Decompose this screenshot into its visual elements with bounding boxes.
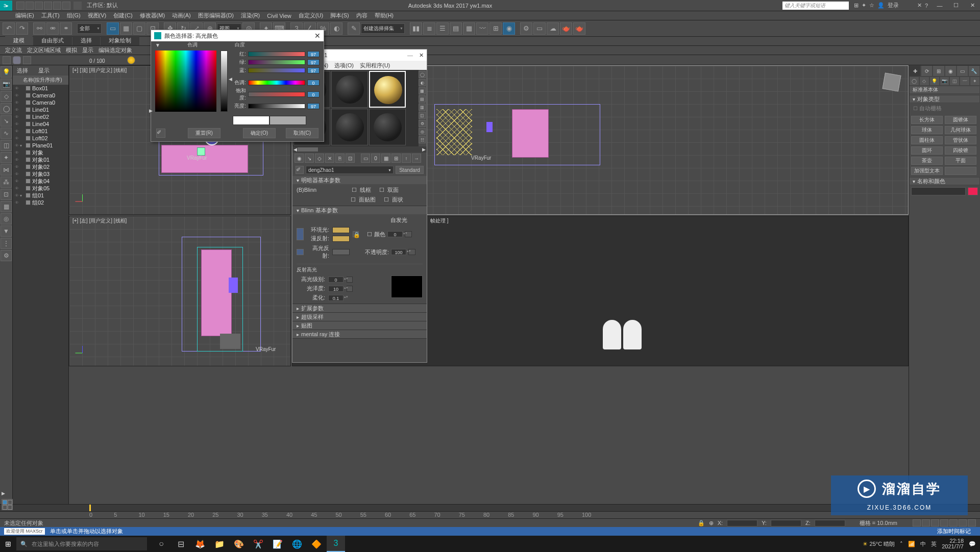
create-system-tab[interactable]: ✦ xyxy=(970,77,980,86)
play-button[interactable] xyxy=(931,519,939,526)
modify-tab[interactable]: ⟳ xyxy=(921,65,933,77)
lock-ad-button[interactable]: 🔒 xyxy=(353,231,359,237)
shader-combo[interactable]: (B)Blinn xyxy=(297,187,342,194)
options-button[interactable]: ⚙ xyxy=(419,120,426,127)
time-config-button[interactable] xyxy=(968,519,976,526)
expand-layout-icon[interactable]: ▶ xyxy=(2,491,8,497)
workspace-icon[interactable] xyxy=(74,2,82,10)
workspace-label[interactable]: 工作区: 默认 xyxy=(87,2,118,9)
dummy-icon[interactable]: ⊡ xyxy=(1,189,12,200)
target-icon[interactable]: ◎ xyxy=(1,213,12,224)
b-slider[interactable] xyxy=(248,68,305,73)
primitive-button[interactable]: 几何球体 xyxy=(945,126,976,134)
gloss-spinner[interactable]: 10 xyxy=(328,286,344,292)
sample-slot-5[interactable] xyxy=(331,109,368,145)
user-icon[interactable]: 👤 xyxy=(877,2,885,9)
ime-zh[interactable]: 中 xyxy=(920,540,926,548)
v-value[interactable]: 97 xyxy=(307,103,320,109)
collab-icon[interactable]: ⊞ xyxy=(854,2,859,9)
sample-uv-button[interactable]: ▤ xyxy=(419,95,426,103)
old-color-swatch[interactable] xyxy=(233,116,270,125)
create-camera-tab[interactable]: 📷 xyxy=(940,77,950,86)
bind-button[interactable]: ⚭ xyxy=(60,22,72,35)
scene-row[interactable]: 👁对象02 xyxy=(13,163,68,170)
soften-spinner[interactable]: 0.1 xyxy=(328,295,344,301)
h-value[interactable]: 0 xyxy=(307,80,320,86)
lock-icon[interactable]: 🔒 xyxy=(698,520,705,526)
scene-head-select[interactable]: 选择 xyxy=(17,67,28,74)
start-button[interactable]: ⊞ xyxy=(0,536,16,552)
ribbon-sub-4[interactable]: 编辑选定对象 xyxy=(99,46,132,54)
bone-icon[interactable]: ⋈ xyxy=(1,164,12,175)
scene-row[interactable]: 👁Loft02 xyxy=(13,135,68,142)
save-icon[interactable] xyxy=(35,2,43,10)
select-rect-button[interactable]: ▢ xyxy=(133,22,145,35)
ss-rollout-head[interactable]: ▸ 超级采样 xyxy=(292,313,427,321)
tab-modeling[interactable]: 建模 xyxy=(5,36,33,45)
material-editor-button[interactable]: ◉ xyxy=(503,22,515,35)
coord-y-input[interactable] xyxy=(771,520,801,526)
background-button[interactable]: ▦ xyxy=(419,87,426,94)
ambient-swatch[interactable] xyxy=(332,227,350,233)
create-space-tab[interactable]: 〰 xyxy=(960,77,970,86)
layer-explorer-button[interactable]: ▤ xyxy=(450,22,462,35)
mr-rollout-head[interactable]: ▸ mental ray 连接 xyxy=(292,330,427,338)
show-end-button[interactable]: ⊞ xyxy=(391,154,401,163)
exchange-icon[interactable]: ✕ xyxy=(917,2,922,9)
make-copy-button[interactable]: ⎘ xyxy=(335,154,345,163)
time-cursor[interactable] xyxy=(89,505,91,512)
utilities-tab[interactable]: 🔧 xyxy=(968,65,980,77)
display-tab[interactable]: ▭ xyxy=(957,65,968,77)
coord-mode-icon[interactable]: ⊕ xyxy=(709,520,714,526)
scene-head-display[interactable]: 显示 xyxy=(38,67,50,74)
misc-icon[interactable]: ⋮ xyxy=(1,238,12,249)
grid-icon[interactable]: ▦ xyxy=(1,201,12,212)
help-icon[interactable]: ? xyxy=(925,3,928,9)
primitive-button[interactable]: 圆锥体 xyxy=(945,116,976,124)
scene-row[interactable]: 👁Camera0 xyxy=(13,92,68,99)
backlight-button[interactable]: ◐ xyxy=(419,79,426,86)
r-value[interactable]: 97 xyxy=(307,51,320,57)
shape-icon[interactable]: ◯ xyxy=(1,103,12,114)
create-tab[interactable]: ✚ xyxy=(909,65,921,77)
sun-icon[interactable] xyxy=(127,56,135,64)
schematic-button[interactable]: ⊞ xyxy=(489,22,502,35)
menu-rendering[interactable]: 渲染(R) xyxy=(241,12,260,19)
help-search-input[interactable]: 键入关键字或短语 xyxy=(782,2,849,10)
notes-icon[interactable]: 📝 xyxy=(268,536,287,552)
coord-x-input[interactable] xyxy=(727,520,757,526)
selfillum-spinner[interactable]: 0 xyxy=(387,231,403,237)
hue-sat-field[interactable] xyxy=(155,51,216,112)
mtl-lib-button[interactable]: ☷ xyxy=(419,136,426,143)
menu-scripting[interactable]: 脚本(S) xyxy=(330,12,349,19)
g-slider[interactable] xyxy=(248,60,305,65)
diffuse-lock-button[interactable] xyxy=(297,249,304,255)
next-frame-button[interactable] xyxy=(940,519,948,526)
goto-end-button[interactable] xyxy=(949,519,958,526)
ext-rollout-head[interactable]: ▸ 扩展参数 xyxy=(292,304,427,312)
cloud-icon[interactable] xyxy=(13,56,21,64)
ribbon-toggle-button[interactable]: ▦ xyxy=(463,22,475,35)
primitive-button[interactable]: 四棱锥 xyxy=(945,146,976,155)
camera-icon[interactable]: 📷 xyxy=(1,79,12,90)
render-frame-button[interactable]: ▭ xyxy=(533,22,546,35)
undo-button[interactable]: ↶ xyxy=(3,22,15,35)
viewport-top-label[interactable]: [+] [顶] [用户定义] [线框] xyxy=(72,67,127,74)
create-helper-tab[interactable]: ◫ xyxy=(949,77,960,86)
primitive-button[interactable] xyxy=(945,167,976,175)
tab-selection[interactable]: 选择 xyxy=(72,36,100,45)
blinn-rollout-head[interactable]: ▾ Blinn 基本参数 xyxy=(292,206,427,214)
material-menu-3[interactable]: 实用程序(U) xyxy=(360,62,390,69)
tab-objectpaint[interactable]: 对象绘制 xyxy=(101,36,139,45)
scene-row[interactable]: 👁Loft01 xyxy=(13,128,68,135)
spinner-snap-button[interactable]: ◐ xyxy=(330,22,342,35)
color-picker-titlebar[interactable]: 颜色选择器: 高光颜色 ✕ xyxy=(151,30,324,41)
eyedropper-button[interactable]: ✐ xyxy=(296,166,304,174)
ribbon-sub-0[interactable]: 定义流 xyxy=(5,46,22,54)
reset-button[interactable]: ✕ xyxy=(325,154,334,163)
v-slider[interactable] xyxy=(248,104,305,109)
scene-row[interactable]: 👁对象05 xyxy=(13,185,68,192)
reset-button[interactable]: 重置(R) xyxy=(188,128,220,138)
ribbon-sub-2[interactable]: 模拟 xyxy=(66,46,77,54)
h-slider[interactable] xyxy=(248,80,305,85)
